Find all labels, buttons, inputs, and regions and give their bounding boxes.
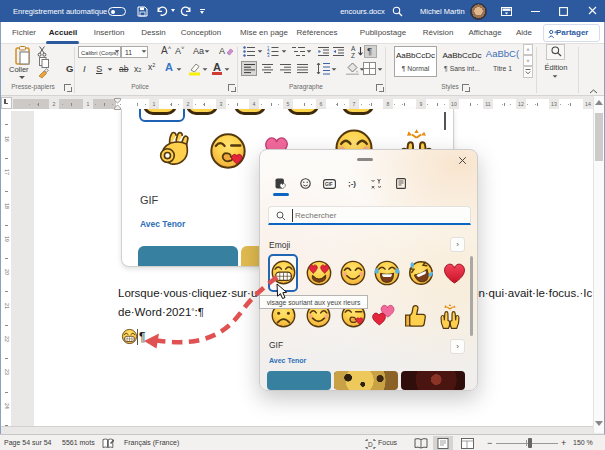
svg-text:Z: Z: [351, 52, 355, 58]
svg-text:D: D: [368, 440, 373, 447]
svg-text:GIF: GIF: [325, 182, 333, 187]
svg-text:A: A: [351, 45, 356, 52]
svg-text:3: 3: [267, 53, 270, 57]
